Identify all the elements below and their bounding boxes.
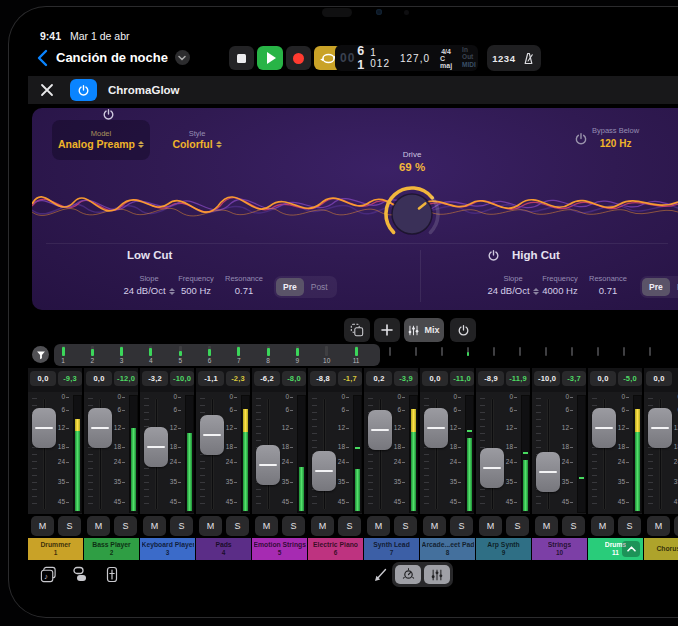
fader-handle[interactable] (88, 408, 112, 448)
mute-button[interactable]: M (311, 516, 334, 536)
overview-slot[interactable]: 7 (229, 346, 249, 364)
overview-slot[interactable]: 9 (287, 346, 307, 364)
track-tab[interactable]: Arp Synth 9 (476, 538, 531, 560)
duplicate-plugin-button[interactable] (344, 318, 370, 342)
mute-button[interactable]: M (255, 516, 278, 536)
high-cut-frequency[interactable]: Frequency 4000 Hz (532, 273, 588, 299)
solo-button[interactable]: S (170, 516, 193, 536)
overview-slot[interactable] (406, 347, 426, 356)
track-tab[interactable]: Strings 10 (532, 538, 587, 560)
overview-slot[interactable]: 4 (141, 346, 161, 364)
overview-slot[interactable] (432, 347, 452, 356)
overview-slot[interactable]: 11 (346, 346, 366, 364)
mute-button[interactable]: M (367, 516, 390, 536)
solo-button[interactable]: S (506, 516, 529, 536)
solo-button[interactable]: S (674, 516, 678, 536)
mute-button[interactable]: M (479, 516, 502, 536)
song-title-menu[interactable]: Canción de noche (56, 50, 190, 65)
high-cut-resonance[interactable]: Resonance 0.71 (582, 273, 634, 299)
knob-view-button[interactable] (395, 565, 421, 584)
model-selector[interactable]: Model Analog Preamp (52, 120, 150, 160)
channel-strip-button[interactable] (106, 566, 118, 583)
overview-slot[interactable]: 3 (112, 346, 132, 364)
solo-button[interactable]: S (114, 516, 137, 536)
collapse-mixer-button[interactable] (622, 541, 640, 557)
track-tab[interactable]: Synth Lead 7 (364, 538, 419, 560)
low-cut-power-icon[interactable] (102, 108, 115, 121)
add-plugin-button[interactable] (374, 318, 400, 342)
high-cut-power-icon[interactable] (487, 249, 500, 262)
solo-button[interactable]: S (394, 516, 417, 536)
overview-slot[interactable] (380, 347, 400, 356)
overview-slot[interactable] (510, 347, 530, 356)
mute-button[interactable]: M (87, 516, 110, 536)
style-selector[interactable]: Style Colorful (152, 120, 242, 160)
record-button[interactable] (286, 46, 311, 70)
fader-handle[interactable] (200, 415, 224, 455)
fader-handle[interactable] (424, 408, 448, 448)
fader-handle[interactable] (312, 451, 336, 491)
overview-slot[interactable]: 6 (200, 346, 220, 364)
overview-slot[interactable] (640, 347, 660, 356)
fader-handle[interactable] (32, 408, 56, 448)
faders-view-button[interactable] (424, 565, 450, 584)
fader-handle[interactable] (144, 427, 168, 467)
mute-button[interactable]: M (647, 516, 670, 536)
solo-button[interactable]: S (58, 516, 81, 536)
track-tab[interactable]: Bass Player 2 (84, 538, 139, 560)
loop-browser-button[interactable]: ♪ (40, 566, 57, 583)
overview-slot[interactable]: 8 (258, 346, 278, 364)
track-tab[interactable]: Pads 4 (196, 538, 251, 560)
fader-handle[interactable] (648, 408, 672, 448)
solo-button[interactable]: S (450, 516, 473, 536)
level-control[interactable]: Level 0.0 (660, 126, 678, 159)
patch-browser-button[interactable] (72, 566, 88, 583)
mute-button[interactable]: M (535, 516, 558, 536)
overview-slot[interactable] (588, 347, 608, 356)
overview-slot[interactable] (614, 347, 634, 356)
play-button[interactable] (257, 46, 283, 70)
overview-slot[interactable] (536, 347, 556, 356)
post-button[interactable]: Post (304, 278, 335, 296)
metronome-icon[interactable] (521, 51, 536, 66)
mixer-power-button[interactable] (450, 318, 476, 342)
track-tab[interactable]: Drums 11 (588, 538, 643, 560)
fader-handle[interactable] (592, 408, 616, 448)
fader-handle[interactable] (368, 410, 392, 450)
track-tab[interactable]: Chorus V (644, 538, 678, 560)
fader-handle[interactable] (256, 445, 280, 485)
overview-slot[interactable] (458, 347, 478, 356)
mute-button[interactable]: M (199, 516, 222, 536)
pre-button[interactable]: Pre (276, 278, 304, 296)
track-tab[interactable]: Electric Piano 6 (308, 538, 363, 560)
track-tab[interactable]: Keyboard Player 3 (140, 538, 195, 560)
pre-button[interactable]: Pre (642, 278, 670, 296)
track-tab[interactable]: Drummer 1 (28, 538, 83, 560)
back-button[interactable] (36, 49, 50, 67)
bypass-below-control[interactable]: Bypass Below 120 Hz (592, 126, 639, 151)
mute-button[interactable]: M (31, 516, 54, 536)
stop-button[interactable] (229, 46, 254, 70)
overview-slot[interactable] (562, 347, 582, 356)
track-tab[interactable]: Arcade...eet Pad 8 (420, 538, 475, 560)
filter-button[interactable] (32, 346, 49, 363)
post-button[interactable]: Post (670, 278, 678, 296)
solo-button[interactable]: S (338, 516, 361, 536)
overview-slot[interactable] (484, 347, 504, 356)
mute-button[interactable]: M (143, 516, 166, 536)
plugin-power-button[interactable] (70, 79, 97, 101)
drive-knob[interactable] (380, 180, 444, 244)
overview-slot[interactable]: 5 (170, 346, 190, 364)
low-cut-frequency[interactable]: Frequency 500 Hz (168, 273, 224, 299)
overview-slot[interactable]: 1 (53, 346, 73, 364)
low-cut-resonance[interactable]: Resonance 0.71 (218, 273, 270, 299)
solo-button[interactable]: S (562, 516, 585, 536)
fader-handle[interactable] (480, 448, 504, 488)
lcd-display[interactable]: 00 6 1 1 012 127,0 4/4 C maj In Out MIDI (335, 45, 478, 71)
mute-button[interactable]: M (423, 516, 446, 536)
solo-button[interactable]: S (618, 516, 641, 536)
solo-button[interactable]: S (282, 516, 305, 536)
track-tab[interactable]: Emotion Strings 5 (252, 538, 307, 560)
count-in-button[interactable]: 1234 (492, 53, 515, 64)
mute-button[interactable]: M (591, 516, 614, 536)
